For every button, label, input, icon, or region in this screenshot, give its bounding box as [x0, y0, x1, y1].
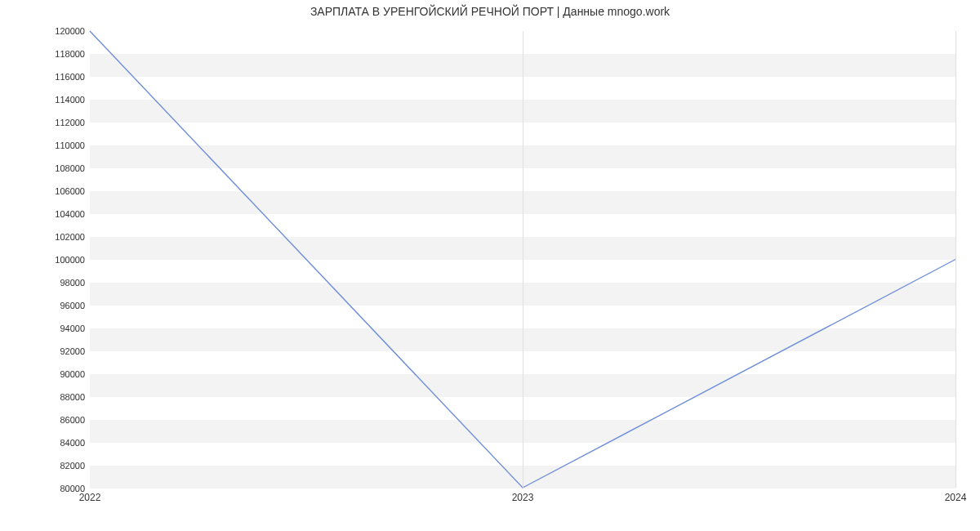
y-tick-label: 120000 — [11, 26, 85, 36]
y-tick-label: 82000 — [11, 461, 85, 471]
y-tick-label: 104000 — [11, 209, 85, 219]
y-tick-label: 96000 — [11, 301, 85, 310]
y-tick-label: 94000 — [11, 324, 85, 333]
x-tick-label: 2022 — [79, 492, 101, 503]
y-tick-label: 106000 — [11, 186, 85, 196]
y-tick-label: 114000 — [11, 95, 85, 105]
y-tick-label: 116000 — [11, 72, 85, 82]
y-tick-label: 84000 — [11, 438, 85, 448]
y-tick-label: 90000 — [11, 369, 85, 379]
y-tick-label: 98000 — [11, 278, 85, 288]
x-grid-line — [523, 31, 523, 488]
x-tick-label: 2023 — [512, 492, 534, 503]
y-tick-label: 92000 — [11, 346, 85, 356]
y-tick-label: 100000 — [11, 255, 85, 265]
plot-area — [90, 31, 956, 489]
x-grid-line — [956, 31, 956, 488]
x-tick-label: 2024 — [945, 492, 967, 503]
y-tick-label: 110000 — [11, 141, 85, 150]
y-tick-label: 80000 — [11, 484, 85, 493]
y-tick-label: 112000 — [11, 118, 85, 127]
chart-container: ЗАРПЛАТА В УРЕНГОЙСКИЙ РЕЧНОЙ ПОРТ | Дан… — [0, 0, 980, 531]
y-tick-label: 108000 — [11, 163, 85, 173]
chart-title: ЗАРПЛАТА В УРЕНГОЙСКИЙ РЕЧНОЙ ПОРТ | Дан… — [0, 5, 980, 18]
y-tick-label: 102000 — [11, 232, 85, 242]
y-tick-label: 118000 — [11, 49, 85, 59]
y-tick-label: 86000 — [11, 415, 85, 425]
y-tick-label: 88000 — [11, 392, 85, 402]
